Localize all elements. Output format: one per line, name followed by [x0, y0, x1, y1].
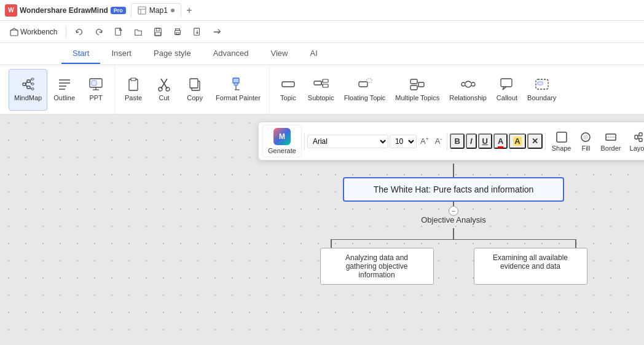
font-size-increase-button[interactable]: A+ — [418, 135, 431, 147]
app-logo-icon: W — [5, 4, 17, 17]
undo-button[interactable] — [70, 25, 88, 39]
fill-button[interactable]: Fill — [576, 129, 595, 154]
print-button[interactable] — [168, 25, 187, 39]
generate-label: Generate — [268, 147, 296, 154]
tab-view[interactable]: View — [260, 44, 299, 64]
tab-map1[interactable]: Map1 — [131, 3, 181, 17]
floating-topic-icon — [357, 76, 373, 92]
ribbon-mindmap[interactable]: MindMap — [9, 69, 47, 111]
save-button[interactable] — [149, 25, 167, 39]
ribbon-format-painter[interactable]: Format Painter — [211, 69, 265, 111]
border-button[interactable]: Border — [597, 129, 624, 154]
shape-label: Shape — [552, 145, 571, 152]
clear-format-button[interactable]: ✕ — [527, 133, 543, 149]
ribbon-floating-topic[interactable]: Floating Topic — [339, 69, 391, 111]
app-logo[interactable]: W Wondershare EdrawMind Pro — [5, 4, 126, 17]
bold-button[interactable]: B — [450, 133, 464, 149]
generate-button[interactable]: M Generate — [262, 125, 302, 157]
ppt-label: PPT — [89, 94, 102, 102]
child-node-2[interactable]: Examining all available evidence and dat… — [474, 248, 587, 285]
app-name: Wondershare EdrawMind — [20, 6, 108, 15]
ribbon-ppt[interactable]: PPT — [81, 69, 111, 111]
tab-page-style[interactable]: Page style — [143, 44, 202, 64]
open-icon — [134, 28, 143, 36]
ribbon-subtopic[interactable]: Subtopic — [303, 69, 339, 111]
child-node-1[interactable]: Analyzing data and gathering objective i… — [320, 248, 434, 285]
export-button[interactable] — [188, 25, 206, 39]
float-sep-1 — [304, 133, 305, 150]
fill-label: Fill — [581, 145, 590, 152]
child-node-2-wrapper: Examining all available evidence and dat… — [454, 239, 607, 285]
format-painter-icon — [230, 76, 246, 92]
ribbon-copy[interactable]: Copy — [180, 69, 210, 111]
generate-icon: M — [273, 128, 291, 145]
layout-button[interactable]: Layout — [626, 129, 644, 154]
svg-rect-60 — [557, 132, 567, 142]
tab-insert[interactable]: Insert — [100, 44, 143, 64]
child-node-label: Objective Analysis — [421, 215, 486, 224]
child-node-2-text: Examining all available evidence and dat… — [493, 253, 568, 271]
italic-button[interactable]: I — [466, 133, 477, 149]
canvas-area[interactable]: M Generate Arial Times New Roman Calibri… — [0, 114, 644, 345]
new-button[interactable] — [109, 25, 128, 39]
pro-badge: Pro — [111, 7, 126, 14]
tab-ai[interactable]: AI — [299, 44, 328, 64]
svg-rect-3 — [10, 30, 18, 36]
tab-add-button[interactable]: + — [183, 4, 196, 17]
topic-label: Topic — [280, 94, 296, 102]
boundary-icon — [534, 76, 550, 92]
ribbon-callout[interactable]: Callout — [492, 69, 522, 111]
ribbon-outline[interactable]: Outline — [49, 69, 80, 111]
svg-rect-43 — [314, 81, 321, 85]
ribbon-group-insert: Topic Subtopic Floating Top — [270, 65, 639, 114]
nav-tabs: Start Insert Page style Advanced View AI — [0, 43, 644, 65]
svg-rect-14 — [31, 78, 34, 80]
ribbon-topic[interactable]: Topic — [273, 69, 303, 111]
boundary-label: Boundary — [527, 94, 556, 102]
svg-point-56 — [471, 82, 475, 86]
ribbon-multiple-topics[interactable]: Multiple Topics — [390, 69, 444, 111]
ribbon-relationship[interactable]: Relationship — [444, 69, 492, 111]
tab-advanced[interactable]: Advanced — [202, 44, 260, 64]
font-select[interactable]: Arial Times New Roman Calibri — [307, 135, 388, 148]
float-toolbar: M Generate Arial Times New Roman Calibri… — [258, 122, 644, 161]
border-icon — [605, 131, 617, 143]
svg-rect-29 — [92, 81, 96, 85]
font-size-select[interactable]: 10 11 12 14 16 — [390, 135, 417, 148]
svg-rect-16 — [31, 88, 34, 90]
font-size-decrease-button[interactable]: A- — [433, 135, 445, 147]
outline-label: Outline — [53, 94, 75, 102]
mindmap-label: MindMap — [14, 94, 42, 102]
format-painter-label: Format Painter — [216, 94, 261, 102]
svg-rect-42 — [282, 82, 294, 87]
svg-rect-11 — [23, 83, 26, 85]
redo-button[interactable] — [90, 25, 108, 39]
share-button[interactable] — [208, 25, 226, 39]
new-icon — [114, 28, 123, 36]
child-connector — [453, 228, 454, 239]
highlight-button[interactable]: A — [509, 133, 525, 149]
top-connector — [453, 164, 454, 177]
workbench-button[interactable]: Workbench — [5, 25, 62, 39]
mindmap-icon — [20, 76, 36, 92]
svg-rect-39 — [234, 83, 238, 85]
main-node[interactable]: The White Hat: Pure facts and informatio… — [343, 177, 564, 202]
underline-button[interactable]: U — [478, 133, 492, 149]
font-color-button[interactable]: A — [493, 133, 508, 149]
svg-rect-38 — [233, 78, 239, 83]
ppt-icon — [88, 76, 104, 92]
ribbon-boundary[interactable]: Boundary — [522, 69, 561, 111]
shape-button[interactable]: Shape — [548, 129, 575, 154]
tab-start[interactable]: Start — [61, 44, 100, 64]
ribbon-cut[interactable]: Cut — [149, 69, 179, 111]
svg-line-20 — [30, 81, 31, 84]
open-button[interactable] — [129, 25, 147, 39]
svg-rect-10 — [194, 28, 200, 34]
child-node-1-text: Analyzing data and gathering objective i… — [345, 253, 408, 279]
collapse-button[interactable]: − — [449, 206, 458, 216]
tab-bar: Map1 + — [131, 3, 196, 17]
ribbon-paste[interactable]: Paste — [119, 69, 148, 111]
svg-rect-13 — [27, 86, 30, 89]
main-node-text: The White Hat: Pure facts and informatio… — [374, 184, 534, 194]
redo-icon — [95, 28, 103, 36]
